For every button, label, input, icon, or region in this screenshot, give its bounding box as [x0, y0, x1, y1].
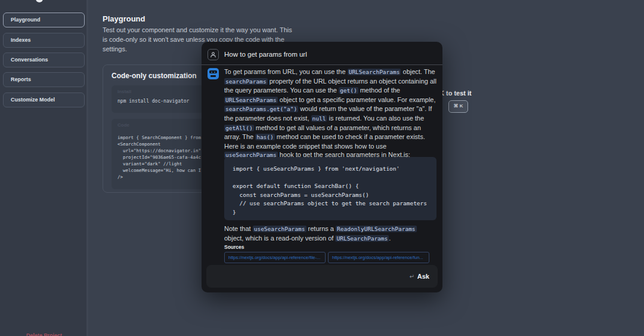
- shortcut-hint-text: K to test it: [439, 90, 472, 97]
- sidebar-item-indexes[interactable]: Indexes: [3, 33, 85, 48]
- cmd-k-keycap: ⌘ K: [448, 100, 468, 113]
- question-text: How to get params from url: [224, 51, 307, 58]
- sidebar-item-reports[interactable]: Reports: [3, 72, 85, 87]
- card-title: Code-only customization: [112, 72, 197, 80]
- inline-code: get(): [339, 87, 358, 94]
- user-icon: [208, 49, 219, 60]
- sources-label: Sources: [224, 244, 244, 250]
- sidebar-item-playground[interactable]: Playground: [3, 13, 85, 27]
- inline-code: searchParams: [224, 78, 268, 85]
- source-link[interactable]: https://nextjs.org/docs/app/api-referenc…: [224, 252, 326, 263]
- page-title: Playground: [103, 14, 145, 23]
- inline-code: getAll(): [224, 125, 254, 131]
- inline-code: searchParams.get("a"): [224, 106, 298, 112]
- code-label: Code: [117, 122, 129, 128]
- app-screen: Playground Indexes Conversations Reports…: [0, 0, 644, 336]
- source-link[interactable]: https://nextjs.org/docs/app/api-referenc…: [328, 252, 429, 263]
- inline-code: ReadonlyURLSearchParams: [336, 226, 417, 232]
- delete-project-button[interactable]: Delete Project: [0, 332, 88, 336]
- ask-button[interactable]: ↵ Ask: [409, 270, 429, 282]
- bot-icon: [208, 68, 219, 79]
- sidebar-item-customize-model[interactable]: Customize Model: [3, 93, 85, 107]
- inline-code: has(): [255, 134, 275, 140]
- ask-bar: ↵ Ask: [206, 265, 438, 288]
- ask-input[interactable]: [212, 265, 391, 288]
- component-code: import { SearchComponent } from ' <Searc…: [117, 134, 206, 180]
- answer-note: Note that useSearchParams returns a Read…: [224, 224, 438, 243]
- install-command: npm install doc-navigator: [117, 98, 189, 104]
- answer-code-block: import { useSearchParams } from 'next/na…: [224, 157, 436, 220]
- inline-code: URLSearchParams: [348, 69, 401, 75]
- install-label: Install: [117, 89, 131, 94]
- inline-code: URLSearchParams: [335, 235, 389, 242]
- inline-code: null: [311, 115, 327, 122]
- ask-button-label: Ask: [417, 273, 429, 280]
- search-modal: How to get params from url To get params…: [202, 42, 442, 292]
- answer-text: To get params from URL, you can use the …: [224, 67, 438, 160]
- sidebar-item-conversations[interactable]: Conversations: [3, 53, 85, 67]
- inline-code: useSearchParams: [253, 226, 306, 232]
- sidebar: Playground Indexes Conversations Reports…: [0, 0, 88, 336]
- divider: [202, 64, 442, 65]
- enter-icon: ↵: [409, 273, 414, 280]
- app-logo-partial: [36, 0, 43, 2]
- inline-code: URLSearchParams: [224, 97, 278, 103]
